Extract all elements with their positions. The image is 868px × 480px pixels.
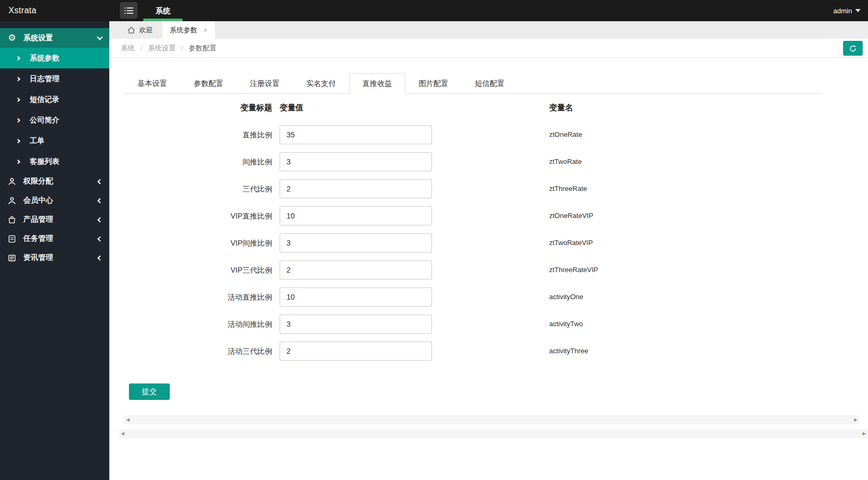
chevron-left-icon <box>98 179 103 184</box>
breadcrumb-item-current: 参数配置 <box>189 44 216 52</box>
member-icon <box>7 196 16 205</box>
row-value-input[interactable] <box>280 260 432 280</box>
refresh-button[interactable] <box>843 41 863 56</box>
row-variable-name: ztTwoRateVIP <box>549 233 593 252</box>
settings-tab[interactable]: 参数配置 <box>180 73 237 94</box>
chevron-right-icon <box>16 97 20 101</box>
topnav-item-system[interactable]: 系统 <box>143 0 183 21</box>
breadcrumb-row: 系统 / 系统设置 / 参数配置 <box>109 39 868 58</box>
settings-tab-label: 直推收益 <box>362 79 392 88</box>
chevron-left-icon <box>98 236 103 241</box>
breadcrumb-item: 系统设置 <box>148 44 176 52</box>
row-label: VIP三代比例 <box>109 260 272 280</box>
row-label: VIP间推比例 <box>109 233 272 252</box>
chevron-right-icon <box>16 76 20 81</box>
form-row: VIP直推比例 ztOneRateVIP <box>109 206 868 225</box>
sidebar-item-company-profile[interactable]: 公司简介 <box>0 110 109 130</box>
row-variable-name: activityTwo <box>549 315 583 334</box>
row-value-input[interactable] <box>280 342 432 361</box>
row-label: 间推比例 <box>109 152 272 171</box>
caret-down-icon <box>855 9 861 12</box>
chevron-left-icon <box>98 217 103 222</box>
sidebar-item-task-management[interactable]: 任务管理 <box>0 229 109 248</box>
settings-tab[interactable]: 实名支付 <box>293 73 349 94</box>
tab-system-params-label: 系统参数 <box>170 25 197 35</box>
sidebar-item-customer-service-list[interactable]: 客服列表 <box>0 151 109 172</box>
row-value-input[interactable] <box>280 233 432 252</box>
settings-tab[interactable]: 基本设置 <box>124 73 180 94</box>
sidebar-item-system-params[interactable]: 系统参数 <box>0 48 109 68</box>
chevron-right-icon <box>16 138 20 143</box>
sidebar-section-system-settings[interactable]: ⚙ 系统设置 <box>0 28 109 48</box>
user-menu[interactable]: admin <box>834 0 861 21</box>
app-logo: Xstrata <box>8 0 37 21</box>
sidebar: ⚙ 系统设置 系统参数 日志管理 短信记录 公司简介 工单 客服列表 权限分配 <box>0 21 109 480</box>
topnav-item-label: 系统 <box>155 6 170 15</box>
chevron-left-icon <box>98 198 103 203</box>
refresh-icon <box>849 45 857 53</box>
form-row: 活动三代比例 activityThree <box>109 342 868 361</box>
breadcrumb: 系统 / 系统设置 / 参数配置 <box>121 39 216 57</box>
gear-icon: ⚙ <box>7 33 16 42</box>
row-value-input[interactable] <box>280 152 432 171</box>
sidebar-item-permissions[interactable]: 权限分配 <box>0 172 109 191</box>
settings-tab[interactable]: 短信配置 <box>462 73 518 94</box>
form-row: 活动直推比例 activityOne <box>109 287 868 307</box>
tab-welcome[interactable]: 欢迎 <box>118 21 162 39</box>
settings-tab[interactable]: 图片配置 <box>405 73 462 94</box>
tab-system-params[interactable]: 系统参数 × <box>162 21 215 39</box>
news-book-icon <box>7 254 16 263</box>
settings-tab-label: 短信配置 <box>475 79 505 88</box>
sidebar-item-member-center[interactable]: 会员中心 <box>0 191 109 210</box>
row-label: 活动间推比例 <box>109 315 272 334</box>
settings-tab[interactable]: 注册设置 <box>237 73 293 94</box>
menu-list-icon <box>124 7 134 14</box>
row-label: 直推比例 <box>109 125 272 144</box>
sidebar-item-sms-records[interactable]: 短信记录 <box>0 89 109 110</box>
row-variable-name: ztThreeRate <box>549 179 587 198</box>
breadcrumb-separator: / <box>141 44 143 52</box>
row-variable-name: ztOneRateVIP <box>549 206 593 225</box>
row-label: 活动三代比例 <box>109 342 272 361</box>
form-row: 三代比例 ztThreeRate <box>109 179 868 198</box>
settings-tab-label: 实名支付 <box>306 79 336 88</box>
row-label: 活动直推比例 <box>109 287 272 307</box>
form-row: 间推比例 ztTwoRate <box>109 152 868 171</box>
form-row: VIP三代比例 ztThreeRateVIP <box>109 260 868 280</box>
scroll-left-icon[interactable]: ◀ <box>121 429 124 438</box>
submit-button[interactable]: 提交 <box>129 383 170 400</box>
settings-tab[interactable]: 直推收益 <box>349 73 405 94</box>
main-area: 欢迎 系统参数 × 系统 / 系统设置 / 参数配置 基本设置 <box>109 21 868 480</box>
page-tabstrip: 欢迎 系统参数 × <box>109 21 868 39</box>
row-value-input[interactable] <box>280 206 432 225</box>
tab-welcome-label: 欢迎 <box>139 25 153 35</box>
row-value-input[interactable] <box>280 179 432 198</box>
header-variable-value: 变量值 <box>280 103 303 113</box>
row-value-input[interactable] <box>280 287 432 307</box>
chevron-right-icon <box>16 159 20 163</box>
breadcrumb-separator: / <box>181 44 184 52</box>
user-icon <box>7 177 16 186</box>
settings-tab-label: 参数配置 <box>194 79 223 88</box>
row-value-input[interactable] <box>280 125 432 144</box>
scroll-right-icon[interactable]: ▶ <box>863 429 866 438</box>
horizontal-scrollbar-inner[interactable]: ◀ ▶ <box>124 415 860 424</box>
row-value-input[interactable] <box>280 315 432 334</box>
topbar: Xstrata 系统 admin <box>0 0 868 21</box>
task-file-icon <box>7 234 16 243</box>
settings-tab-label: 图片配置 <box>419 79 448 88</box>
sidebar-item-product-management[interactable]: 产品管理 <box>0 210 109 229</box>
row-label: VIP直推比例 <box>109 206 272 225</box>
sidebar-item-log-management[interactable]: 日志管理 <box>0 68 109 89</box>
chevron-left-icon <box>98 255 103 260</box>
row-variable-name: activityThree <box>549 342 588 361</box>
horizontal-scrollbar-outer[interactable]: ◀ ▶ <box>119 429 868 438</box>
sidebar-item-news-management[interactable]: 资讯管理 <box>0 248 109 267</box>
scroll-left-icon[interactable]: ◀ <box>126 415 129 424</box>
row-variable-name: ztOneRate <box>549 125 582 144</box>
sidebar-item-work-order[interactable]: 工单 <box>0 130 109 151</box>
row-variable-name: ztTwoRate <box>549 152 581 171</box>
close-icon[interactable]: × <box>203 26 207 34</box>
sidebar-toggle-button[interactable] <box>120 2 137 19</box>
scroll-right-icon[interactable]: ▶ <box>854 415 857 424</box>
